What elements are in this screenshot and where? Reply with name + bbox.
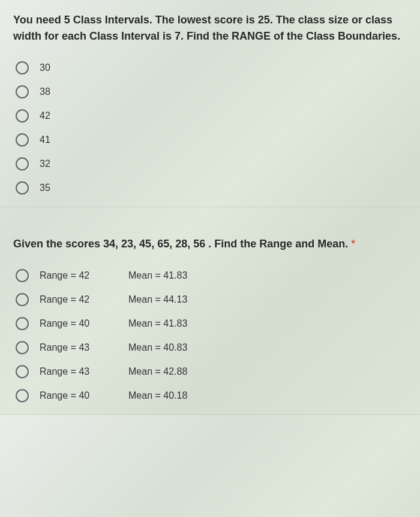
radio-icon [16, 341, 29, 354]
option-label: 41 [40, 135, 50, 145]
option-row[interactable]: Range = 42 Mean = 41.83 [16, 269, 407, 282]
radio-icon [16, 293, 29, 306]
option-row[interactable]: Range = 43 Mean = 42.88 [16, 365, 407, 378]
option-label: 38 [40, 86, 50, 97]
option-row[interactable]: Range = 40 Mean = 41.83 [16, 317, 407, 330]
option-range: Range = 42 [40, 294, 118, 305]
required-asterisk: * [351, 238, 355, 250]
option-range: Range = 43 [40, 366, 118, 377]
option-row[interactable]: 30 [16, 61, 407, 74]
option-label: 35 [40, 183, 50, 193]
question-2-card: Given the scores 34, 23, 45, 65, 28, 56 … [0, 224, 420, 415]
question-2-text: Given the scores 34, 23, 45, 65, 28, 56 … [13, 236, 407, 252]
radio-icon [16, 389, 29, 402]
card-divider [0, 207, 420, 224]
radio-icon [16, 133, 29, 147]
option-label: 42 [40, 110, 50, 121]
option-label: 32 [40, 159, 50, 169]
option-mean: Mean = 42.88 [128, 366, 187, 377]
question-1-options: 30 38 42 41 32 35 [13, 61, 407, 195]
radio-icon [16, 365, 29, 378]
option-row[interactable]: 41 [16, 133, 407, 147]
option-range: Range = 43 [40, 342, 118, 353]
option-mean: Mean = 44.13 [128, 294, 187, 305]
option-row[interactable]: Range = 42 Mean = 44.13 [16, 293, 407, 306]
option-row[interactable]: 38 [16, 85, 407, 98]
radio-icon [16, 61, 29, 74]
option-range: Range = 40 [40, 390, 118, 401]
option-mean: Mean = 41.83 [128, 318, 187, 329]
option-row[interactable]: 42 [16, 109, 407, 122]
option-row[interactable]: Range = 40 Mean = 40.18 [16, 389, 407, 402]
radio-icon [16, 157, 29, 171]
option-range: Range = 40 [40, 318, 118, 329]
option-row[interactable]: 35 [16, 181, 407, 195]
option-row[interactable]: 32 [16, 157, 407, 171]
question-1-card: You need 5 Class Intervals. The lowest s… [0, 0, 420, 207]
option-label: 30 [40, 62, 50, 73]
option-mean: Mean = 41.83 [128, 270, 187, 281]
question-2-options: Range = 42 Mean = 41.83 Range = 42 Mean … [13, 269, 407, 402]
question-1-text: You need 5 Class Intervals. The lowest s… [13, 12, 407, 44]
radio-icon [16, 85, 29, 98]
option-mean: Mean = 40.18 [128, 390, 187, 401]
question-2-text-content: Given the scores 34, 23, 45, 65, 28, 56 … [13, 238, 348, 250]
option-mean: Mean = 40.83 [128, 342, 187, 353]
radio-icon [16, 317, 29, 330]
radio-icon [16, 181, 29, 195]
option-row[interactable]: Range = 43 Mean = 40.83 [16, 341, 407, 354]
radio-icon [16, 269, 29, 282]
option-range: Range = 42 [40, 270, 118, 281]
radio-icon [16, 109, 29, 122]
